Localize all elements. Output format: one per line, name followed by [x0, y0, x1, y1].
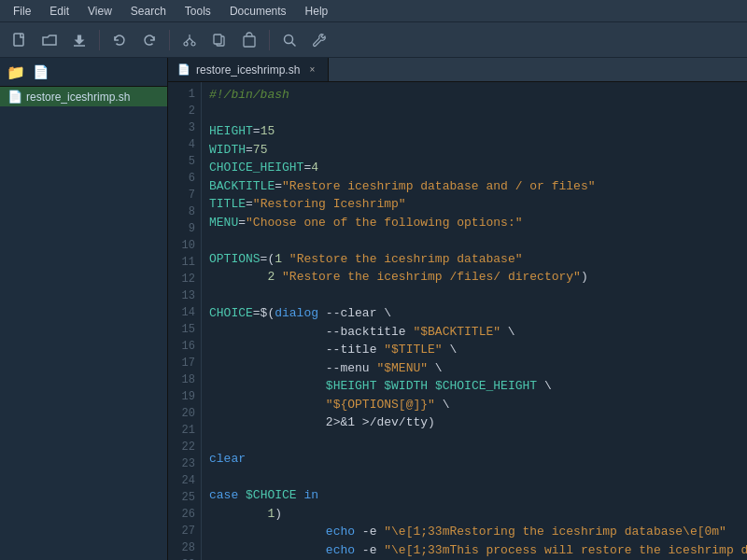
- menu-edit[interactable]: Edit: [40, 0, 78, 21]
- menu-view[interactable]: View: [78, 0, 121, 21]
- menu-search[interactable]: Search: [121, 0, 176, 21]
- toolbar-separator-2: [169, 30, 170, 50]
- sidebar: 📁 📄 📄 restore_iceshrimp.sh: [0, 58, 168, 560]
- redo-button[interactable]: [135, 27, 163, 53]
- file-icon-small: 📄: [7, 90, 22, 104]
- toolbar-separator-3: [269, 30, 270, 50]
- tab-close-button[interactable]: ×: [305, 63, 318, 77]
- undo-button[interactable]: [106, 27, 134, 53]
- svg-rect-4: [214, 35, 221, 44]
- paste-button[interactable]: [235, 27, 263, 53]
- toolbar: [0, 22, 747, 58]
- svg-point-1: [184, 42, 188, 46]
- menu-documents[interactable]: Documents: [220, 0, 296, 21]
- cut-button[interactable]: [176, 27, 204, 53]
- file-icon: 📄: [33, 64, 49, 79]
- tabbar: 📄 restore_iceshrimp.sh ×: [168, 58, 747, 82]
- folder-icon: 📁: [7, 63, 25, 81]
- svg-point-2: [191, 42, 195, 46]
- tab-label: restore_iceshrimp.sh: [196, 63, 300, 77]
- code-container[interactable]: 1 2 3 4 5 6 7 8 9 10 11 12 13 14 15 16 1…: [168, 82, 747, 560]
- menu-tools[interactable]: Tools: [176, 0, 220, 21]
- menubar: File Edit View Search Tools Documents He…: [0, 0, 747, 22]
- save-button[interactable]: [65, 27, 93, 53]
- tools-button[interactable]: [305, 27, 333, 53]
- tab-icon: 📄: [177, 63, 190, 76]
- main-area: 📁 📄 📄 restore_iceshrimp.sh 📄 restore_ice…: [0, 58, 747, 560]
- sidebar-toolbar: 📁 📄: [0, 58, 167, 87]
- svg-rect-5: [244, 36, 255, 47]
- menu-help[interactable]: Help: [296, 0, 338, 21]
- tab-restore-iceshrimp[interactable]: 📄 restore_iceshrimp.sh ×: [168, 58, 329, 81]
- find-button[interactable]: [275, 27, 303, 53]
- open-button[interactable]: [35, 27, 63, 53]
- sidebar-filename: restore_iceshrimp.sh: [26, 91, 130, 104]
- new-button[interactable]: [6, 27, 34, 53]
- sidebar-folder-icon-btn[interactable]: 📁: [6, 62, 26, 82]
- sidebar-file-item[interactable]: 📄 restore_iceshrimp.sh: [0, 87, 167, 106]
- copy-button[interactable]: [205, 27, 233, 53]
- line-numbers: 1 2 3 4 5 6 7 8 9 10 11 12 13 14 15 16 1…: [168, 82, 202, 560]
- code-editor[interactable]: #!/bin/bash HEIGHT=15 WIDTH=75 CHOICE_HE…: [202, 82, 747, 560]
- sidebar-file-icon-btn[interactable]: 📄: [30, 62, 50, 82]
- toolbar-separator-1: [99, 30, 100, 50]
- menu-file[interactable]: File: [4, 0, 40, 21]
- editor-area: 📄 restore_iceshrimp.sh × 1 2 3 4 5 6 7 8…: [168, 58, 747, 560]
- svg-rect-0: [14, 34, 23, 46]
